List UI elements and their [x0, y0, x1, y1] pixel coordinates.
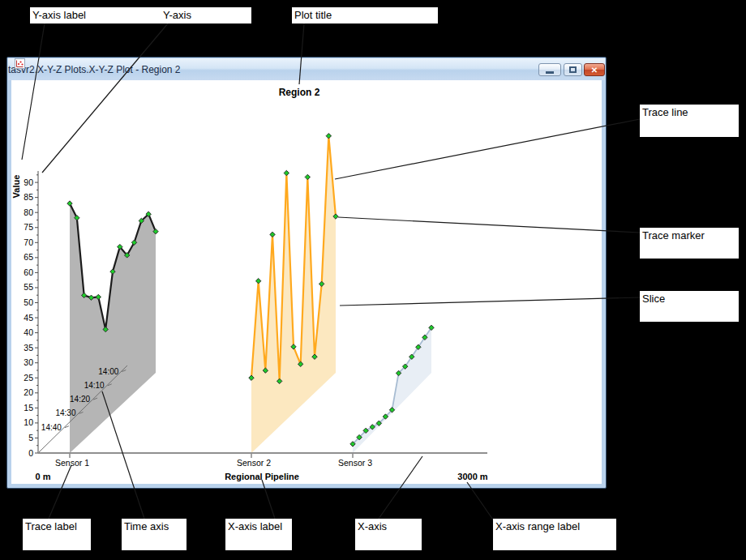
callout-text-y-axis: Y-axis [163, 9, 191, 21]
callout-trace-marker: Trace marker [640, 228, 739, 259]
close-icon: ✕ [591, 66, 598, 75]
callout-text-x-axis-range-label: X-axis range label [495, 520, 580, 532]
callout-text-x-axis: X-axis [358, 520, 387, 532]
app-icon[interactable] [15, 58, 25, 69]
plot-client-area [11, 80, 602, 484]
callout-text-slice: Slice [642, 293, 665, 305]
callout-text-trace-label: Trace label [25, 520, 77, 532]
callout-trace-line: Trace line [640, 105, 739, 137]
callout-text-x-axis-label: X-axis label [228, 520, 282, 532]
application-window: tasvr2.X-Y-Z Plots.X-Y-Z Plot - Region 2… [6, 57, 607, 489]
callout-y-axis: Y-axis [161, 7, 251, 24]
window-title: tasvr2.X-Y-Z Plots.X-Y-Z Plot - Region 2 [8, 64, 181, 75]
callout-x-axis: X-axis [355, 519, 422, 550]
maximize-icon [569, 66, 577, 73]
callout-plot-title: Plot title [292, 7, 438, 24]
callout-slice: Slice [640, 291, 739, 322]
callout-text-y-axis-label: Y-axis label [32, 9, 86, 21]
callout-text-trace-line: Trace line [642, 106, 688, 118]
callout-y-axis-label: Y-axis label [30, 7, 161, 24]
callout-trace-label: Trace label [23, 519, 91, 550]
callout-x-axis-range-label: X-axis range label [493, 519, 616, 550]
minimize-button[interactable] [538, 63, 561, 76]
maximize-button[interactable] [564, 63, 582, 76]
callout-text-plot-title: Plot title [294, 9, 332, 21]
callout-time-axis: Time axis [122, 519, 186, 550]
close-button[interactable]: ✕ [584, 63, 605, 76]
minimize-icon [546, 71, 554, 74]
callout-text-time-axis: Time axis [124, 520, 169, 532]
annotated-screenshot-canvas: tasvr2.X-Y-Z Plots.X-Y-Z Plot - Region 2… [0, 0, 746, 560]
callout-x-axis-label: X-axis label [225, 519, 292, 550]
window-titlebar[interactable]: tasvr2.X-Y-Z Plots.X-Y-Z Plot - Region 2 [8, 58, 605, 80]
callout-text-trace-marker: Trace marker [642, 229, 705, 242]
